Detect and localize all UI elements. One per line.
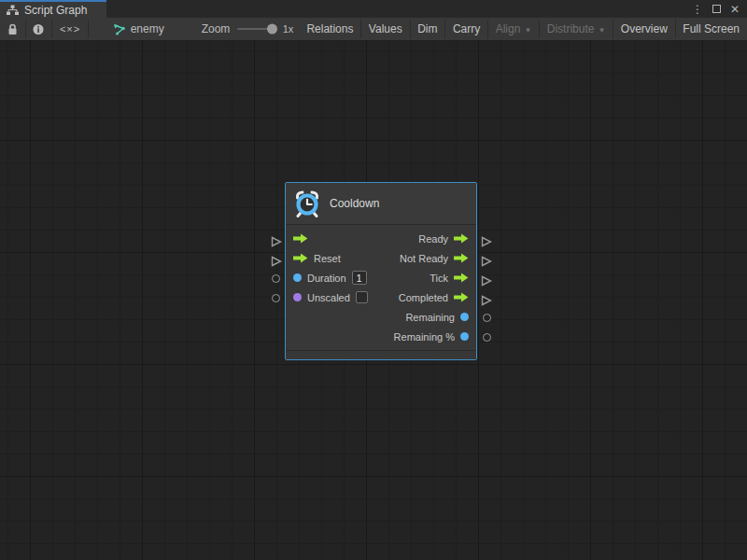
port-row: Remaining — [286, 307, 476, 327]
graph-reference-label: enemy — [131, 22, 164, 35]
port-label: Reset — [314, 253, 341, 264]
dim-button[interactable]: Dim — [410, 18, 444, 40]
flow-arrow-icon — [454, 273, 469, 283]
flow-output-port[interactable]: Not Ready — [400, 253, 469, 264]
tab-script-graph[interactable]: Script Graph — [0, 0, 106, 18]
flow-arrow-icon — [454, 292, 469, 302]
flow-output-port[interactable]: Ready — [418, 233, 469, 245]
port-label: Duration — [307, 273, 346, 284]
value-port-icon — [293, 273, 302, 282]
zoom-slider[interactable] — [237, 18, 276, 40]
port-label: Completed — [399, 292, 448, 303]
value-port-icon — [460, 313, 469, 321]
distribute-label: Distribute — [547, 22, 595, 35]
close-icon[interactable]: ✕ — [728, 3, 741, 16]
relations-button[interactable]: Relations — [299, 18, 360, 40]
align-label: Align — [496, 22, 521, 35]
port-row: Remaining % — [286, 327, 476, 346]
value-output-port[interactable]: Remaining % — [394, 331, 469, 343]
lock-icon — [7, 23, 18, 35]
port-row: Ready — [286, 229, 476, 248]
external-flow-output-marker[interactable] — [481, 293, 492, 310]
port-label: Ready — [418, 233, 448, 245]
flow-arrow-icon — [293, 253, 308, 263]
flow-arrow-icon — [454, 253, 469, 263]
fullscreen-button[interactable]: Full Screen — [675, 18, 747, 40]
port-label: Unscaled — [307, 292, 350, 303]
port-label: Remaining % — [394, 331, 455, 343]
value-port-icon — [293, 293, 302, 301]
flow-input-port[interactable]: Reset — [293, 253, 341, 264]
external-flow-input-marker[interactable] — [271, 234, 282, 251]
duration-value-field[interactable]: 1 — [352, 271, 367, 285]
port-label: Tick — [430, 273, 448, 284]
external-value-output-marker[interactable] — [483, 333, 491, 342]
carry-button[interactable]: Carry — [445, 18, 487, 40]
graph-canvas[interactable]: Cooldown Ready — [0, 41, 747, 560]
value-input-port[interactable]: Duration 1 — [293, 271, 367, 285]
flow-arrow-icon — [454, 233, 469, 244]
node-cooldown[interactable]: Cooldown Ready — [285, 182, 477, 360]
port-row: Duration 1 Tick — [286, 268, 476, 287]
align-dropdown[interactable]: Align ▼ — [488, 18, 540, 40]
port-label: Remaining — [405, 312, 455, 323]
chevron-down-icon: ▼ — [524, 26, 531, 35]
flow-output-port[interactable]: Tick — [430, 273, 469, 284]
external-flow-output-marker[interactable] — [481, 273, 492, 290]
external-value-input-marker[interactable] — [272, 294, 280, 302]
code-view-button[interactable]: <×> — [52, 18, 88, 40]
window-controls: ⋮ ✕ — [691, 0, 747, 18]
alarm-clock-icon — [293, 189, 321, 217]
values-button[interactable]: Values — [361, 18, 410, 40]
flow-output-port[interactable]: Completed — [399, 292, 469, 303]
external-flow-output-marker[interactable] — [481, 254, 492, 271]
zoom-value: 1x — [277, 18, 300, 40]
info-button[interactable] — [25, 18, 51, 40]
info-icon — [33, 23, 44, 35]
value-port-icon — [460, 332, 469, 341]
node-header[interactable]: Cooldown — [286, 183, 476, 225]
node-title: Cooldown — [330, 197, 379, 210]
script-graph-window: Script Graph ⋮ ✕ <×> — [0, 0, 747, 560]
flow-arrow-icon — [293, 233, 308, 244]
distribute-dropdown[interactable]: Distribute ▼ — [540, 18, 613, 40]
graph-reference[interactable]: enemy — [106, 18, 172, 40]
external-flow-output-marker[interactable] — [481, 234, 492, 251]
maximize-icon[interactable] — [710, 3, 723, 16]
graph-asset-icon — [113, 23, 126, 35]
zoom-label: Zoom — [202, 18, 238, 40]
unscaled-checkbox[interactable] — [356, 291, 368, 303]
value-input-port[interactable]: Unscaled — [293, 291, 368, 303]
port-row: Unscaled Completed — [286, 287, 476, 307]
port-row: Reset Not Ready — [286, 248, 476, 268]
graph-toolbar: <×> enemy Zoom 1x Relations Values Dim C… — [0, 18, 747, 41]
external-flow-input-marker[interactable] — [271, 254, 282, 271]
tab-label: Script Graph — [24, 4, 87, 17]
flow-input-port[interactable] — [293, 233, 308, 244]
external-value-output-marker[interactable] — [483, 314, 491, 322]
port-label: Not Ready — [400, 253, 448, 264]
overview-button[interactable]: Overview — [613, 18, 675, 40]
graph-hierarchy-icon — [7, 5, 19, 16]
external-value-input-marker[interactable] — [272, 274, 280, 283]
node-footer — [286, 350, 476, 359]
zoom-slider-handle[interactable] — [267, 24, 277, 35]
node-body: Ready Reset Not Ready — [286, 225, 476, 350]
lock-button[interactable] — [0, 18, 25, 40]
value-output-port[interactable]: Remaining — [405, 312, 469, 323]
menu-icon[interactable]: ⋮ — [691, 3, 704, 16]
tab-strip: Script Graph ⋮ ✕ — [0, 0, 747, 18]
chevron-down-icon: ▼ — [598, 26, 605, 35]
